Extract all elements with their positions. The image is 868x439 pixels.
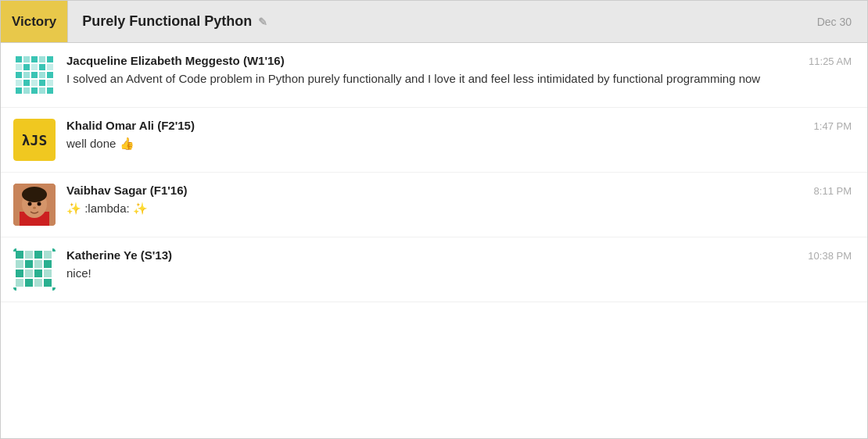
table-row: λJS Khalid Omar Ali (F2'15) 1:47 PM well… (1, 108, 867, 173)
svg-rect-37 (44, 251, 52, 259)
svg-rect-48 (34, 279, 42, 287)
svg-rect-47 (25, 279, 33, 287)
svg-rect-52 (13, 287, 16, 291)
svg-rect-44 (34, 269, 42, 277)
message-header: Jacqueline Elizabeth Meggesto (W1'16) 11… (66, 54, 852, 67)
timestamp: 8:11 PM (814, 185, 852, 197)
svg-rect-51 (52, 248, 56, 252)
message-text: I solved an Advent of Code problem in Py… (66, 70, 852, 88)
svg-rect-18 (31, 80, 38, 86)
svg-point-29 (22, 187, 47, 202)
svg-rect-42 (16, 269, 23, 277)
svg-rect-36 (34, 251, 42, 259)
table-row: Vaibhav Sagar (F1'16) 8:11 PM ✨ :lambda:… (1, 173, 867, 237)
svg-rect-43 (25, 269, 33, 277)
svg-rect-34 (16, 251, 23, 259)
svg-rect-40 (34, 260, 42, 268)
victory-badge: Victory (1, 1, 68, 42)
message-body: Khalid Omar Ali (F2'15) 1:47 PM well don… (66, 119, 852, 153)
message-body: Jacqueline Elizabeth Meggesto (W1'16) 11… (66, 54, 852, 88)
sender-name: Vaibhav Sagar (F1'16) (66, 184, 187, 197)
sender-name: Jacqueline Elizabeth Meggesto (W1'16) (66, 54, 285, 67)
svg-rect-25 (47, 87, 53, 94)
svg-rect-10 (47, 64, 53, 70)
timestamp: 10:38 PM (808, 250, 852, 262)
svg-rect-21 (16, 87, 22, 94)
table-row: Jacqueline Elizabeth Meggesto (W1'16) 11… (1, 43, 867, 108)
svg-rect-11 (16, 72, 22, 78)
vaibhav-photo (13, 184, 56, 226)
svg-rect-8 (31, 64, 38, 70)
timestamp: 11:25 AM (809, 55, 852, 67)
message-text: nice! (66, 265, 852, 283)
svg-rect-6 (16, 64, 22, 70)
victory-label: Victory (12, 14, 56, 30)
channel-title: Purely Functional Python ✎ (68, 13, 816, 30)
svg-rect-41 (44, 260, 52, 268)
svg-rect-15 (47, 72, 53, 78)
svg-rect-14 (39, 72, 45, 78)
svg-rect-45 (44, 269, 52, 277)
channel-name: Purely Functional Python (82, 13, 252, 30)
svg-rect-9 (39, 64, 45, 70)
svg-rect-4 (39, 56, 45, 62)
message-text: well done 👍 (66, 135, 852, 153)
table-row: Katherine Ye (S'13) 10:38 PM nice! (1, 237, 867, 302)
messages-list: Jacqueline Elizabeth Meggesto (W1'16) 11… (1, 43, 867, 438)
app-container: Victory Purely Functional Python ✎ Dec 3… (0, 0, 868, 439)
svg-rect-46 (16, 279, 23, 287)
svg-rect-3 (31, 56, 38, 62)
svg-point-30 (28, 202, 32, 206)
svg-rect-39 (25, 260, 33, 268)
svg-rect-19 (39, 80, 45, 86)
svg-rect-13 (31, 72, 38, 78)
svg-rect-50 (13, 248, 16, 252)
svg-rect-53 (52, 287, 56, 291)
svg-rect-49 (44, 279, 52, 287)
message-header: Khalid Omar Ali (F2'15) 1:47 PM (66, 119, 852, 132)
svg-rect-20 (47, 80, 53, 86)
channel-header: Victory Purely Functional Python ✎ Dec 3… (1, 1, 867, 43)
svg-rect-2 (23, 56, 30, 62)
svg-point-31 (38, 202, 41, 206)
message-header: Katherine Ye (S'13) 10:38 PM (66, 248, 852, 262)
svg-rect-7 (23, 64, 30, 70)
sender-name: Katherine Ye (S'13) (66, 248, 172, 262)
edit-icon[interactable]: ✎ (258, 16, 267, 28)
svg-rect-24 (39, 87, 45, 94)
svg-rect-23 (31, 87, 38, 94)
timestamp: 1:47 PM (814, 120, 852, 132)
svg-rect-5 (47, 56, 53, 62)
svg-rect-38 (16, 260, 23, 268)
message-body: Vaibhav Sagar (F1'16) 8:11 PM ✨ :lambda:… (66, 184, 852, 218)
sender-name: Khalid Omar Ali (F2'15) (66, 119, 195, 132)
svg-rect-12 (23, 72, 30, 78)
message-header: Vaibhav Sagar (F1'16) 8:11 PM (66, 184, 852, 197)
message-body: Katherine Ye (S'13) 10:38 PM nice! (66, 248, 852, 283)
svg-rect-16 (16, 80, 22, 86)
avatar (13, 248, 56, 291)
svg-rect-22 (23, 87, 30, 94)
avatar (13, 184, 56, 226)
avatar: λJS (13, 119, 56, 161)
header-date: Dec 30 (817, 16, 867, 28)
svg-rect-35 (25, 251, 33, 259)
avatar (13, 54, 56, 96)
message-text: ✨ :lambda: ✨ (66, 200, 852, 218)
lambda-js-logo: λJS (13, 119, 56, 161)
svg-rect-17 (23, 80, 30, 86)
svg-point-32 (33, 207, 36, 209)
svg-rect-1 (16, 56, 22, 62)
